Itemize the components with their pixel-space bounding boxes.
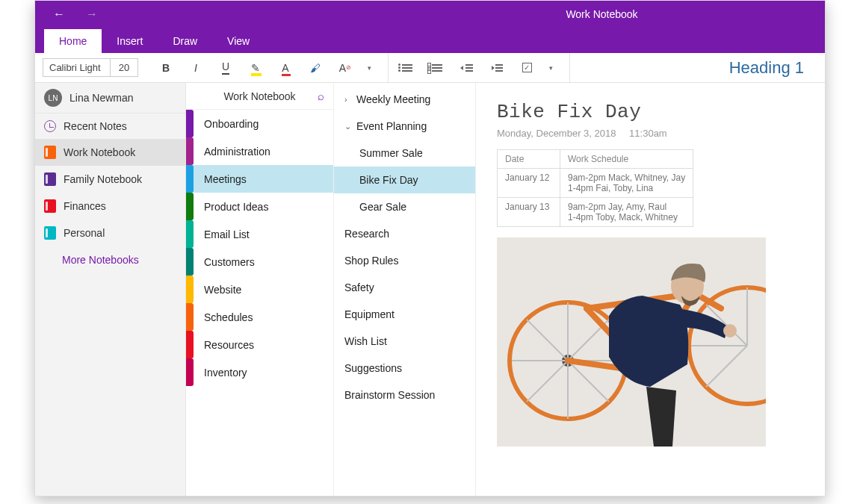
- section-label: Customers: [194, 256, 255, 268]
- page-label: Suggestions: [344, 362, 402, 374]
- page-label: Equipment: [344, 308, 395, 320]
- tab-insert[interactable]: Insert: [102, 29, 158, 53]
- highlight-button[interactable]: ✎: [247, 58, 264, 78]
- menu-tabs: Home Insert Draw View: [35, 28, 825, 53]
- section-label: Website: [194, 284, 241, 296]
- search-icon[interactable]: ⌕: [318, 90, 324, 102]
- font-more-dropdown[interactable]: ▾: [361, 58, 377, 78]
- page-list: ›Weekly Meeting⌄Event PlanningSummer Sal…: [333, 83, 475, 496]
- table-row: January 12 9am-2pm Mack, Whitney, Jay 1-…: [498, 169, 693, 198]
- section-label: Schedules: [194, 311, 253, 323]
- indent-button[interactable]: [489, 58, 505, 78]
- tab-view[interactable]: View: [212, 29, 265, 53]
- page-item[interactable]: Safety: [334, 274, 475, 301]
- table-cell[interactable]: 9am-2pm Mack, Whitney, Jay 1-4pm Fai, To…: [560, 169, 693, 198]
- section-color-tab: [186, 303, 194, 331]
- sidebar-item-label: Personal: [64, 227, 105, 239]
- font-size-input[interactable]: [111, 59, 137, 76]
- more-notebooks-link[interactable]: More Notebooks: [35, 246, 185, 273]
- section-item[interactable]: Website: [186, 276, 333, 303]
- page-label: Event Planning: [356, 120, 427, 132]
- avatar: LN: [44, 89, 62, 107]
- section-item[interactable]: Customers: [186, 248, 333, 276]
- section-color-tab: [186, 165, 194, 193]
- page-item[interactable]: Shop Rules: [334, 247, 475, 274]
- font-color-button[interactable]: A: [277, 58, 294, 78]
- sidebar-item-personal[interactable]: Personal: [35, 220, 185, 246]
- sidebar-item-work[interactable]: Work Notebook: [35, 139, 185, 166]
- underline-button[interactable]: U: [217, 58, 234, 78]
- chevron-right-icon[interactable]: ›: [344, 95, 356, 104]
- page-item[interactable]: Suggestions: [334, 355, 475, 382]
- section-item[interactable]: Administration: [186, 137, 333, 165]
- forward-arrow-icon[interactable]: →: [86, 7, 98, 21]
- page-label: Bike Fix Day: [359, 174, 418, 186]
- table-row: January 13 9am-2pm Jay, Amy, Raul 1-4pm …: [498, 198, 693, 227]
- bullet-list-button[interactable]: [399, 58, 415, 78]
- tab-draw[interactable]: Draw: [158, 29, 212, 53]
- table-header: Work Schedule: [560, 150, 693, 169]
- paint-button[interactable]: 🖌: [307, 58, 324, 78]
- window-title: Work Notebook: [566, 8, 637, 20]
- outdent-button[interactable]: [459, 58, 475, 78]
- page-item[interactable]: Brainstorm Session: [334, 382, 475, 408]
- section-label: Inventory: [194, 367, 247, 379]
- ribbon: B I U ✎ A 🖌 A⊘ ▾ ✓ ▾ Heading 1: [35, 53, 825, 83]
- section-color-tab: [186, 110, 194, 137]
- clear-format-button[interactable]: A⊘: [337, 58, 353, 78]
- section-color-tab: [186, 137, 194, 165]
- page-item[interactable]: Wish List: [334, 328, 475, 355]
- section-item[interactable]: Schedules: [186, 303, 333, 331]
- number-list-button[interactable]: [429, 58, 445, 78]
- note-image[interactable]: [497, 237, 766, 447]
- sidebar-item-finances[interactable]: Finances: [35, 193, 185, 220]
- section-item[interactable]: Meetings: [186, 165, 333, 193]
- note-canvas[interactable]: Bike Fix Day Monday, December 3, 2018 11…: [475, 83, 825, 496]
- sidebar-item-recent[interactable]: Recent Notes: [35, 113, 185, 139]
- note-title[interactable]: Bike Fix Day: [497, 101, 807, 123]
- section-item[interactable]: Inventory: [186, 358, 333, 386]
- notebook-icon: [44, 199, 56, 213]
- user-account[interactable]: LN Lina Newman: [35, 83, 185, 113]
- paragraph-more-dropdown[interactable]: ▾: [542, 58, 559, 78]
- chevron-down-icon[interactable]: ⌄: [344, 122, 356, 131]
- section-item[interactable]: Email List: [186, 220, 333, 248]
- section-item[interactable]: Resources: [186, 331, 333, 358]
- table-cell[interactable]: January 13: [498, 198, 560, 227]
- section-color-tab: [186, 220, 194, 248]
- notebook-icon: [44, 226, 56, 240]
- page-label: Gear Sale: [359, 201, 406, 213]
- back-arrow-icon[interactable]: ←: [53, 7, 65, 21]
- italic-button[interactable]: I: [188, 58, 204, 78]
- section-color-tab: [186, 276, 194, 303]
- section-item[interactable]: Onboarding: [186, 110, 333, 137]
- sidebar-item-label: Recent Notes: [64, 120, 127, 132]
- page-item[interactable]: Summer Sale: [334, 140, 475, 167]
- table-cell[interactable]: 9am-2pm Jay, Amy, Raul 1-4pm Toby, Mack,…: [560, 198, 693, 227]
- table-cell[interactable]: January 12: [498, 169, 560, 198]
- schedule-table[interactable]: Date Work Schedule January 12 9am-2pm Ma…: [497, 149, 693, 227]
- sidebar-item-label: Family Notebook: [64, 173, 142, 185]
- todo-checkbox-button[interactable]: ✓: [519, 58, 535, 78]
- page-item[interactable]: ⌄Event Planning: [334, 113, 475, 140]
- page-item[interactable]: Bike Fix Day: [334, 167, 475, 193]
- page-item[interactable]: Gear Sale: [334, 193, 475, 220]
- bold-button[interactable]: B: [158, 58, 174, 78]
- section-header: Work Notebook ⌕: [186, 83, 333, 110]
- tab-home[interactable]: Home: [44, 29, 102, 53]
- section-color-tab: [186, 248, 194, 276]
- section-color-tab: [186, 358, 194, 386]
- section-color-tab: [186, 193, 194, 220]
- page-item[interactable]: Equipment: [334, 301, 475, 328]
- section-label: Product Ideas: [194, 201, 268, 213]
- page-item[interactable]: ›Weekly Meeting: [334, 86, 475, 113]
- page-item[interactable]: Research: [334, 220, 475, 247]
- section-item[interactable]: Product Ideas: [186, 193, 333, 220]
- notebook-icon: [44, 146, 56, 159]
- style-heading1[interactable]: Heading 1: [716, 58, 817, 78]
- page-label: Research: [344, 228, 389, 240]
- sidebar-item-family[interactable]: Family Notebook: [35, 166, 185, 193]
- note-meta: Monday, December 3, 2018 11:30am: [497, 128, 807, 139]
- font-name-input[interactable]: [43, 59, 111, 76]
- page-label: Summer Sale: [359, 147, 423, 159]
